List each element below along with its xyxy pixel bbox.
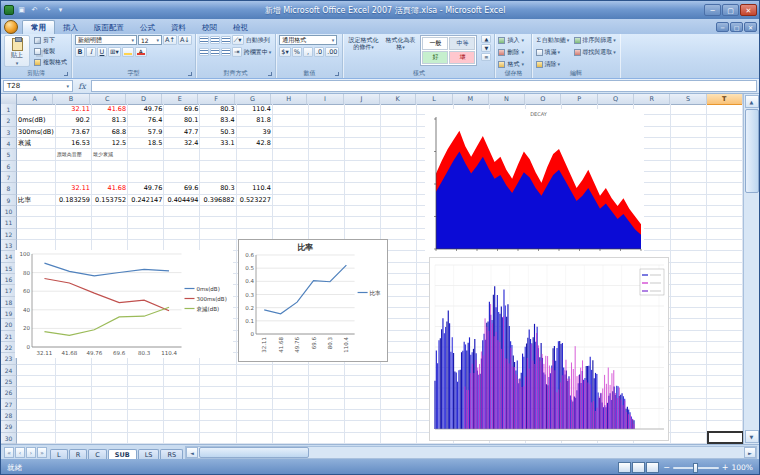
cell-S16[interactable] — [671, 274, 707, 285]
redo-icon[interactable]: ↷ — [42, 5, 53, 16]
cell-A1[interactable] — [17, 104, 56, 115]
cell-H28[interactable] — [273, 410, 309, 421]
cell-C6[interactable] — [92, 161, 128, 172]
cell-I24[interactable] — [309, 365, 345, 376]
sheet-tab-RS[interactable]: RS — [160, 449, 183, 460]
formula-input[interactable] — [91, 80, 757, 92]
cell-H5[interactable] — [273, 149, 309, 160]
cell-E12[interactable] — [164, 229, 200, 240]
cell-C26[interactable] — [92, 387, 128, 398]
cell-F3[interactable]: 50.3 — [200, 127, 236, 138]
cell-T14[interactable] — [707, 251, 743, 262]
cell-C28[interactable] — [92, 410, 128, 421]
number-dialog-launcher[interactable] — [335, 72, 339, 76]
alignment-dialog-launcher[interactable] — [268, 72, 272, 76]
align-center-icon[interactable] — [210, 48, 220, 56]
cell-H11[interactable] — [273, 217, 309, 228]
cell-K6[interactable] — [381, 161, 417, 172]
cell-H26[interactable] — [273, 387, 309, 398]
orientation-button[interactable]: ⟋▾ — [232, 35, 244, 45]
cell-D4[interactable]: 18.5 — [128, 138, 164, 149]
cell-T28[interactable] — [707, 410, 743, 421]
scroll-right-icon[interactable]: ► — [744, 447, 756, 458]
align-bottom-icon[interactable] — [221, 36, 231, 44]
sheet-tab-R[interactable]: R — [69, 449, 88, 460]
cell-T2[interactable] — [707, 115, 743, 126]
underline-button[interactable]: U — [97, 47, 107, 57]
cell-G6[interactable] — [237, 161, 273, 172]
cell-B4[interactable]: 16.53 — [56, 138, 92, 149]
cell-T20[interactable] — [707, 319, 743, 330]
cell-T9[interactable] — [707, 195, 743, 206]
cell-B9[interactable]: 0.183259 — [56, 195, 92, 206]
undo-icon[interactable]: ↶ — [29, 5, 40, 16]
cell-K26[interactable] — [381, 387, 417, 398]
cell-D8[interactable]: 49.76 — [128, 183, 164, 194]
first-sheet-icon[interactable]: « — [4, 447, 14, 458]
cell-S24[interactable] — [671, 365, 707, 376]
row-header-24[interactable]: 24 — [1, 365, 17, 376]
cell-T1[interactable] — [707, 104, 743, 115]
cell-G28[interactable] — [237, 410, 273, 421]
cell-E8[interactable]: 69.6 — [164, 183, 200, 194]
cell-C2[interactable]: 81.3 — [92, 115, 128, 126]
cell-F9[interactable]: 0.396882 — [200, 195, 236, 206]
cell-H8[interactable] — [273, 183, 309, 194]
cell-H4[interactable] — [273, 138, 309, 149]
row-header-1[interactable]: 1 — [1, 104, 17, 115]
cell-A12[interactable] — [17, 229, 56, 240]
cell-G2[interactable]: 81.8 — [237, 115, 273, 126]
cell-F11[interactable] — [200, 217, 236, 228]
cell-I5[interactable] — [309, 149, 345, 160]
chart-decay-area[interactable]: DECAY — [425, 109, 644, 258]
row-header-26[interactable]: 26 — [1, 387, 17, 398]
cell-H10[interactable] — [273, 206, 309, 217]
cell-D29[interactable] — [128, 421, 164, 432]
cell-S29[interactable] — [671, 421, 707, 432]
cell-F24[interactable] — [200, 365, 236, 376]
insert-function-button[interactable]: fx — [73, 82, 91, 91]
ribbon-tab-檢視[interactable]: 檢視 — [225, 21, 256, 34]
cell-J24[interactable] — [345, 365, 381, 376]
cell-C10[interactable] — [92, 206, 128, 217]
cell-S3[interactable] — [671, 127, 707, 138]
cell-E6[interactable] — [164, 161, 200, 172]
cell-G3[interactable]: 39 — [237, 127, 273, 138]
gallery-down-icon[interactable]: ▼ — [481, 44, 491, 52]
cell-T11[interactable] — [707, 217, 743, 228]
cell-F6[interactable] — [200, 161, 236, 172]
cell-B24[interactable] — [56, 365, 92, 376]
cell-G7[interactable] — [237, 172, 273, 183]
cell-J28[interactable] — [345, 410, 381, 421]
cell-S11[interactable] — [671, 217, 707, 228]
cell-C11[interactable] — [92, 217, 128, 228]
cell-A26[interactable] — [17, 387, 56, 398]
delete-cells-button[interactable]: 刪除▾ — [498, 47, 524, 57]
percent-button[interactable]: % — [292, 47, 302, 57]
cell-F2[interactable]: 83.4 — [200, 115, 236, 126]
cell-G4[interactable]: 42.8 — [237, 138, 273, 149]
row-header-10[interactable]: 10 — [1, 206, 17, 217]
workbook-minimize-button[interactable]: ─ — [716, 22, 729, 32]
cell-D12[interactable] — [128, 229, 164, 240]
cell-S21[interactable] — [671, 331, 707, 342]
sheet-tab-C[interactable]: C — [88, 449, 107, 460]
cell-B2[interactable]: 90.2 — [56, 115, 92, 126]
cell-A11[interactable] — [17, 217, 56, 228]
align-right-icon[interactable] — [221, 48, 231, 56]
cell-D7[interactable] — [128, 172, 164, 183]
cell-K27[interactable] — [381, 399, 417, 410]
cell-A29[interactable] — [17, 421, 56, 432]
shrink-font-button[interactable]: A↓ — [178, 35, 192, 45]
cell-S15[interactable] — [671, 263, 707, 274]
cell-B6[interactable] — [56, 161, 92, 172]
sheet-tab-SUB[interactable]: SUB — [108, 449, 137, 460]
cell-A25[interactable] — [17, 376, 56, 387]
chart-ratio[interactable]: 00.10.20.30.40.50.632.1141.6849.7669.680… — [238, 239, 388, 362]
cell-C5[interactable]: 最少衰減 — [92, 149, 128, 160]
cell-style-一般[interactable]: 一般 — [422, 37, 448, 50]
currency-button[interactable]: $▾ — [279, 47, 290, 57]
workbook-restore-button[interactable]: ▢ — [730, 22, 743, 32]
cell-B3[interactable]: 73.67 — [56, 127, 92, 138]
prev-sheet-icon[interactable]: ‹ — [15, 447, 25, 458]
